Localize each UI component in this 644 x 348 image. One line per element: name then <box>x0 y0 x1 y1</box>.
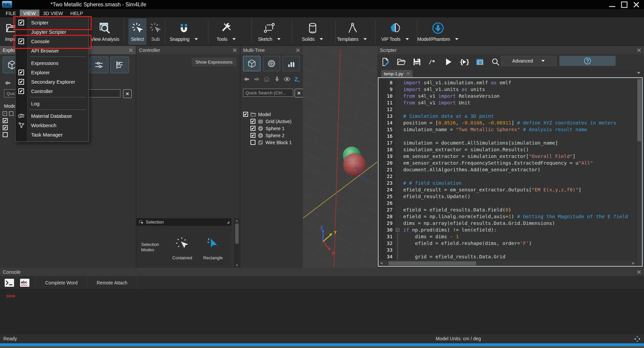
back-arrow-icon[interactable] <box>4 79 11 87</box>
code-line[interactable]: 27efield = efield_results.Data.Field(0) <box>379 206 636 213</box>
home-icon[interactable] <box>263 76 270 83</box>
explorer-search-clear-button[interactable]: ✕ <box>123 89 132 98</box>
chevron-down-icon[interactable] <box>319 38 323 40</box>
multitree-search-input[interactable] <box>243 89 293 97</box>
search-button[interactable] <box>489 56 502 68</box>
close-icon[interactable] <box>637 48 641 53</box>
code-line[interactable]: 32 efield = efield.reshape(dims, order='… <box>379 240 636 247</box>
console-button-remote-attach[interactable]: Remote Attach <box>87 276 137 289</box>
advanced-dropdown[interactable]: Advanced <box>501 56 556 66</box>
close-icon[interactable] <box>296 48 300 53</box>
close-icon[interactable] <box>128 48 133 53</box>
menu-item-api-browser[interactable]: API Browser <box>15 46 89 55</box>
checkbox-unchecked-icon[interactable] <box>250 140 255 145</box>
menu-item-explorer[interactable]: ✔Explorer <box>15 68 89 77</box>
menubar-item-3d-view[interactable]: 3D VIEW <box>39 10 67 17</box>
tree-item-sphere-2[interactable]: ✔Sphere 2 <box>243 132 302 139</box>
checkbox-checked-icon[interactable]: ✔ <box>18 70 24 75</box>
minimize-icon[interactable] <box>609 2 616 8</box>
menubar-item-file[interactable]: FILE <box>2 10 20 17</box>
selection-tool-rectangle[interactable]: Rectangle <box>201 237 225 260</box>
selection-tool-contained[interactable]: Contained <box>171 237 194 260</box>
toolbar-item-snapping[interactable]: Snapping <box>162 18 206 45</box>
code-line[interactable]: 29dims = np.array(efield_results.Data.Gr… <box>379 220 636 227</box>
maximize-icon[interactable] <box>621 2 628 8</box>
code-line[interactable]: 14position = [0.8526, -0.0108, -0.06911]… <box>379 119 636 126</box>
code-line[interactable]: 31 dims = dims - 1 <box>379 233 636 240</box>
3d-viewport[interactable]: Z Y X <box>303 46 377 268</box>
controller-scrollbar[interactable]: ▲ ▼ <box>234 218 239 268</box>
chevron-down-icon[interactable] <box>363 38 367 40</box>
code-line[interactable]: 10from s4l_v1 import ReleaseVersion <box>379 93 636 99</box>
code-line[interactable]: 11from s4l_v1 import Unit <box>379 99 636 106</box>
open-script-button[interactable] <box>395 56 408 68</box>
code-line[interactable]: 25efield_results.Update() <box>379 193 636 200</box>
code-line[interactable]: 22 <box>379 173 636 180</box>
tab-close-icon[interactable]: ✕ <box>407 71 410 76</box>
menu-item-secondary-explorer[interactable]: ✔Secondary Explorer <box>15 77 89 86</box>
code-line[interactable]: 26 <box>379 200 636 206</box>
menubar-item-help[interactable]: HELP <box>67 10 87 17</box>
code-editor[interactable]: 8import s4l_v1.simulation.emlf as emlf9i… <box>378 77 643 267</box>
code-line[interactable]: 13# Simulation data at a 3D point <box>379 113 636 119</box>
run-script-button[interactable] <box>442 56 455 68</box>
new-script-button[interactable] <box>379 56 392 68</box>
checkbox-checked-icon[interactable]: ✔ <box>250 133 255 138</box>
comment-button[interactable]: /* <box>426 56 439 68</box>
checkbox-unchecked-icon[interactable] <box>9 111 13 116</box>
selection-section-header[interactable]: Selection ◢ <box>136 218 231 226</box>
resize-grip-icon[interactable] <box>634 336 641 342</box>
menu-item-task-manager[interactable]: Task Manager <box>15 130 89 139</box>
chevron-down-icon[interactable] <box>277 38 281 40</box>
chevron-down-icon[interactable] <box>232 38 236 40</box>
code-line[interactable]: 19em_sensor_extractor = simulation_extra… <box>379 153 636 160</box>
code-line[interactable]: 17simulation = document.AllSimulations[s… <box>379 140 636 146</box>
explorer-tree-view-button[interactable] <box>110 57 129 73</box>
tree-item-model[interactable]: ✔Model <box>243 111 302 118</box>
terminal-toggle-button[interactable] <box>3 278 15 288</box>
run-selection-button[interactable]: {} <box>458 56 470 68</box>
toolbar-item-solids[interactable]: Solids <box>291 18 334 45</box>
multitree-search-clear-button[interactable]: ✕ <box>295 89 303 97</box>
code-line[interactable]: 20em_sensor_extractor.FrequencySettings.… <box>379 160 636 166</box>
toolbar-item-sketch[interactable]: Sketch <box>248 18 291 45</box>
help-button[interactable]: ? <box>559 56 616 66</box>
console-button-complete-word[interactable]: Complete Word <box>36 276 87 289</box>
menu-item-controller[interactable]: ✔Controller <box>15 86 89 96</box>
code-line[interactable]: 34 grid = efield_results.Data.Grid <box>379 253 636 260</box>
down-arrow-icon[interactable] <box>274 76 281 83</box>
toolbar-item-templates[interactable]: Templates <box>330 18 374 45</box>
menu-item-console[interactable]: ✔Console <box>15 36 89 46</box>
checkbox-checked-icon[interactable]: ✔ <box>250 119 255 124</box>
checkbox-checked-icon[interactable]: ✔ <box>18 38 24 44</box>
scrollbar-thumb[interactable] <box>637 79 641 141</box>
menu-item-jupyter-scripter[interactable]: Jupyter Scripter <box>15 27 89 36</box>
checkbox-checked-icon[interactable]: ✔ <box>3 118 8 123</box>
multitree-simulation-tab[interactable] <box>263 56 280 71</box>
code-line[interactable]: 21document.AllAlgorithms.Add(em_sensor_e… <box>379 166 636 173</box>
editor-horizontal-scrollbar[interactable]: ◄ ► <box>379 261 636 266</box>
checkbox-checked-icon[interactable]: ✔ <box>3 125 8 130</box>
section-collapse-icon[interactable]: ◢ <box>227 220 229 224</box>
code-line[interactable]: 18simulation_extractor = simulation.Resu… <box>379 146 636 153</box>
editor-vertical-scrollbar[interactable] <box>636 78 642 266</box>
multitree-analysis-tab[interactable] <box>283 56 300 71</box>
visibility-eye-icon[interactable] <box>284 76 291 83</box>
toolbar-item-select[interactable]: Select <box>128 18 146 45</box>
chevron-down-icon[interactable] <box>194 38 198 40</box>
code-line[interactable]: 12 <box>379 106 636 113</box>
checkbox-unchecked-icon[interactable] <box>3 132 8 137</box>
scrollbar-thumb[interactable] <box>389 261 476 265</box>
scroll-left-icon[interactable]: ◄ <box>380 261 383 265</box>
code-line[interactable]: 30−if np.prod(dims) != len(efield): <box>379 227 636 233</box>
show-expressions-button[interactable]: Show Expressions <box>192 58 236 66</box>
checkbox-checked-icon[interactable]: ✔ <box>250 126 255 131</box>
log-output-button[interactable] <box>473 56 486 68</box>
zurich-z-icon[interactable]: Z <box>294 76 301 83</box>
menu-item-scripter[interactable]: ✔Scripter <box>15 18 89 27</box>
explorer-filter-button[interactable] <box>90 57 108 73</box>
tree-item-sphere-1[interactable]: ✔Sphere 1 <box>243 125 302 132</box>
code-line[interactable]: 16 <box>379 133 636 140</box>
scroll-down-icon[interactable]: ▼ <box>234 264 239 267</box>
checkbox-checked-icon[interactable]: ✔ <box>18 88 24 94</box>
